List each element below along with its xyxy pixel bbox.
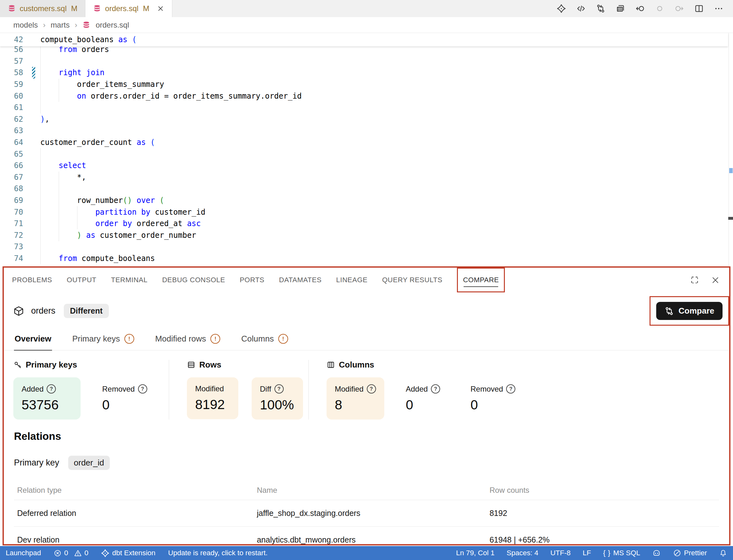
breadcrumb-item[interactable]: marts	[50, 21, 69, 29]
stat-card-added: Added?53756	[13, 377, 81, 420]
code-text: ),	[40, 115, 49, 124]
panel-tab-lineage[interactable]: LINEAGE	[336, 268, 368, 292]
code-icon[interactable]	[576, 4, 586, 13]
code-text: select	[40, 161, 86, 170]
status-bar-item[interactable]: 00	[54, 549, 88, 557]
cube-icon	[13, 306, 24, 316]
rows-icon	[187, 361, 195, 369]
panel-tab-debug-console[interactable]: DEBUG CONSOLE	[162, 268, 225, 292]
help-icon[interactable]: ?	[367, 384, 376, 394]
data-preview-icon[interactable]	[616, 4, 625, 13]
line-number: 71	[0, 219, 23, 228]
code-text: from orders	[40, 45, 109, 54]
code-line: 68	[0, 183, 733, 195]
subtab-label: Primary keys	[72, 334, 120, 344]
stat-card-diff: Diff?100%	[252, 377, 303, 420]
subtab-overview[interactable]: Overview	[14, 329, 52, 350]
line-number: 42	[0, 35, 23, 44]
warning-icon: 0	[74, 549, 88, 557]
close-panel-icon[interactable]	[711, 276, 720, 284]
help-icon[interactable]: ?	[431, 384, 440, 394]
help-icon[interactable]: ?	[138, 384, 147, 394]
line-number: 59	[0, 80, 23, 89]
status-bar-item[interactable]: dbt Extension	[101, 549, 155, 557]
panel-tab-datamates[interactable]: DATAMATES	[279, 268, 321, 292]
stat-card-label-text: Removed	[471, 385, 503, 394]
breadcrumb-item[interactable]: orders.sql	[95, 21, 129, 29]
modified-indicator: M	[143, 4, 149, 13]
navigate-back-icon[interactable]	[635, 4, 645, 13]
status-bar-item[interactable]: Spaces: 4	[507, 549, 539, 557]
relations-table: Relation typeNameRow counts Deferred rel…	[14, 481, 719, 545]
compare-button[interactable]: Compare	[656, 302, 723, 320]
status-bar-item[interactable]: LF	[583, 549, 591, 557]
status-bar-item[interactable]	[652, 549, 661, 557]
line-number: 67	[0, 173, 23, 182]
maximize-panel-icon[interactable]	[690, 276, 699, 284]
prettier-icon: Prettier	[673, 549, 707, 557]
panel-tab-compare[interactable]: COMPARE	[463, 269, 499, 291]
code-editor[interactable]: 56 from orders5758 right join59 order_it…	[0, 33, 733, 266]
subtab-modified-rows[interactable]: Modified rows!	[154, 329, 221, 350]
subtab-primary-keys[interactable]: Primary keys!	[72, 329, 135, 350]
primary-key-label: Primary key	[14, 458, 59, 468]
stat-card-value: 100%	[260, 397, 295, 413]
stat-cards: Modified8192Diff?100%	[187, 377, 308, 420]
dbt-icon[interactable]	[557, 4, 566, 13]
status-bar-item[interactable]: Ln 79, Col 1	[456, 549, 494, 557]
status-bar-item[interactable]: { }MS SQL	[603, 549, 640, 557]
copilot-icon	[652, 549, 661, 557]
subtab-columns[interactable]: Columns!	[240, 329, 289, 350]
more-actions-icon[interactable]	[714, 4, 723, 13]
status-bar-item[interactable]: Update is ready, click to restart.	[168, 549, 267, 557]
compare-button-label: Compare	[678, 306, 714, 316]
help-icon[interactable]: ?	[47, 384, 56, 394]
stat-section-rows: RowsModified8192Diff?100%	[169, 360, 308, 420]
line-number: 68	[0, 184, 23, 193]
panel-tab-terminal[interactable]: TERMINAL	[111, 268, 147, 292]
help-icon[interactable]: ?	[506, 384, 515, 394]
code-line: 63	[0, 125, 733, 137]
code-line: 69 row_number() over (	[0, 195, 733, 206]
code-line: 72 ) as customer_order_number	[0, 230, 733, 241]
line-number: 60	[0, 92, 23, 101]
status-bar-item[interactable]: UTF-8	[551, 549, 571, 557]
editor-tab-orders.sql[interactable]: orders.sqlM	[85, 0, 172, 17]
panel-tab-problems[interactable]: PROBLEMS	[12, 268, 52, 292]
split-editor-icon[interactable]	[694, 4, 704, 13]
table-cell: 61948 | +656.2%	[487, 527, 719, 546]
git-compare-icon[interactable]	[596, 4, 605, 13]
editor-tab-customers.sql[interactable]: customers.sqlM	[0, 0, 85, 17]
line-number: 56	[0, 45, 23, 54]
subtab-label: Modified rows	[155, 334, 206, 344]
panel-tab-ports[interactable]: PORTS	[239, 268, 264, 292]
status-bar-item[interactable]	[719, 549, 727, 557]
status-text: Ln 79, Col 1	[456, 549, 494, 557]
stat-card-value: 0	[471, 397, 516, 413]
status-bar-item[interactable]: Launchpad	[6, 549, 41, 557]
code-text: ) as customer_order_number	[40, 231, 196, 240]
status-text: UTF-8	[551, 549, 571, 557]
stat-card-label: Diff?	[260, 384, 295, 394]
close-tab-icon[interactable]	[157, 5, 164, 12]
code-line: 70 partition by customer_id	[0, 206, 733, 218]
help-icon[interactable]: ?	[274, 384, 284, 394]
code-text: compute_booleans as (	[40, 35, 136, 44]
line-number: 58	[0, 68, 23, 77]
code-line: 75	[0, 264, 733, 266]
panel-tab-output[interactable]: OUTPUT	[67, 268, 96, 292]
line-number: 69	[0, 196, 23, 205]
primary-key-row: Primary key order_id	[14, 456, 719, 470]
code-line: 61	[0, 102, 733, 114]
panel-tab-query-results[interactable]: QUERY RESULTS	[382, 268, 442, 292]
stat-card-value: 0	[406, 397, 441, 413]
breadcrumb-item[interactable]: models	[13, 21, 38, 29]
breadcrumb-separator-icon: ›	[75, 21, 77, 29]
code-line: 71 order by ordered_at asc	[0, 218, 733, 230]
code-line: 59 order_items_summary	[0, 79, 733, 90]
status-text: Launchpad	[6, 549, 41, 557]
status-text: LF	[583, 549, 591, 557]
code-text: order_items_summary	[40, 80, 164, 89]
status-bar-item[interactable]: Prettier	[673, 549, 707, 557]
code-text: order by ordered_at asc	[40, 219, 201, 228]
